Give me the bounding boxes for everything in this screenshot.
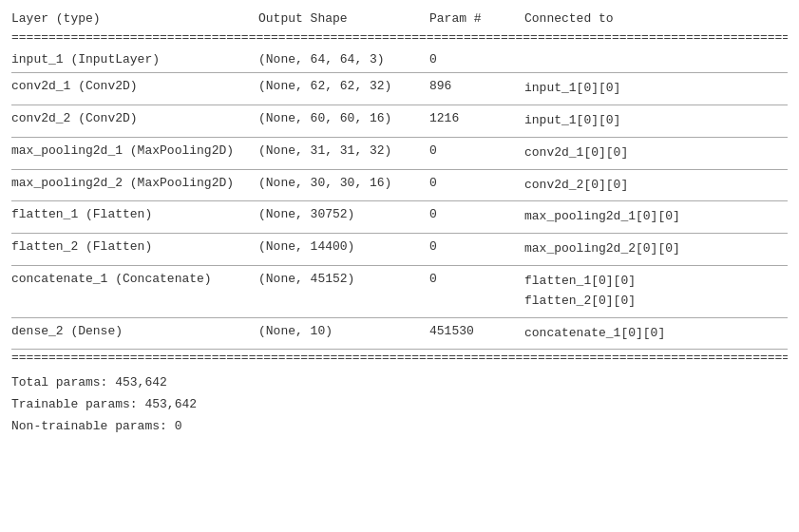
- total-params: Total params: 453,642: [11, 371, 788, 393]
- connected-cell: conv2d_2[0][0]: [524, 176, 788, 196]
- bottom-double-separator: ========================================…: [11, 350, 788, 367]
- table-row: dense_2 (Dense)(None, 10)451530concatena…: [11, 318, 788, 350]
- output-shape-cell: (None, 10): [258, 324, 429, 338]
- output-shape-cell: (None, 60, 60, 16): [258, 111, 429, 125]
- connected-cell: max_pooling2d_2[0][0]: [524, 239, 788, 259]
- layer-name-cell: conv2d_1 (Conv2D): [11, 79, 258, 93]
- layer-name-cell: dense_2 (Dense): [11, 324, 258, 338]
- connected-cell: max_pooling2d_1[0][0]: [524, 207, 788, 227]
- layer-name-cell: concatenate_1 (Concatenate): [11, 272, 258, 286]
- output-shape-cell: (None, 62, 62, 32): [258, 79, 429, 93]
- rows-container: input_1 (InputLayer)(None, 64, 64, 3)0co…: [11, 47, 788, 350]
- connected-cell: flatten_1[0][0] flatten_2[0][0]: [524, 272, 788, 312]
- trainable-params: Trainable params: 453,642: [11, 393, 788, 415]
- connected-cell: input_1[0][0]: [524, 111, 788, 131]
- output-shape-cell: (None, 30, 30, 16): [258, 176, 429, 190]
- params-cell: 0: [429, 176, 524, 190]
- params-cell: 0: [429, 207, 524, 221]
- table-row: concatenate_1 (Concatenate)(None, 45152)…: [11, 266, 788, 317]
- table-row: max_pooling2d_1 (MaxPooling2D)(None, 31,…: [11, 138, 788, 169]
- params-cell: 0: [429, 239, 524, 254]
- table-row: flatten_2 (Flatten)(None, 14400)0max_poo…: [11, 234, 788, 265]
- col-header-output: Output Shape: [258, 11, 429, 26]
- col-header-connected: Connected to: [524, 11, 788, 26]
- table-row: conv2d_2 (Conv2D)(None, 60, 60, 16)1216i…: [11, 105, 788, 137]
- top-double-separator: ========================================…: [11, 29, 788, 47]
- model-summary-table: Layer (type) Output Shape Param # Connec…: [11, 8, 788, 438]
- output-shape-cell: (None, 14400): [258, 239, 429, 254]
- layer-name-cell: flatten_1 (Flatten): [11, 207, 258, 221]
- output-shape-cell: (None, 64, 64, 3): [258, 52, 429, 66]
- layer-name-cell: max_pooling2d_2 (MaxPooling2D): [11, 176, 258, 190]
- params-cell: 0: [429, 272, 524, 286]
- params-cell: 0: [429, 143, 524, 158]
- output-shape-cell: (None, 31, 31, 32): [258, 143, 429, 158]
- params-cell: 451530: [429, 324, 524, 338]
- connected-cell: input_1[0][0]: [524, 79, 788, 99]
- connected-cell: concatenate_1[0][0]: [524, 324, 788, 344]
- layer-name-cell: max_pooling2d_1 (MaxPooling2D): [11, 143, 258, 158]
- table-header: Layer (type) Output Shape Param # Connec…: [11, 8, 788, 29]
- col-header-params: Param #: [429, 11, 524, 26]
- layer-name-cell: flatten_2 (Flatten): [11, 239, 258, 254]
- output-shape-cell: (None, 30752): [258, 207, 429, 221]
- model-footer: Total params: 453,642 Trainable params: …: [11, 371, 788, 438]
- non-trainable-params: Non-trainable params: 0: [11, 415, 788, 437]
- params-cell: 0: [429, 52, 524, 66]
- table-row: conv2d_1 (Conv2D)(None, 62, 62, 32)896in…: [11, 73, 788, 104]
- table-row: flatten_1 (Flatten)(None, 30752)0max_poo…: [11, 201, 788, 233]
- connected-cell: conv2d_1[0][0]: [524, 143, 788, 163]
- col-header-layer: Layer (type): [11, 11, 258, 26]
- params-cell: 896: [429, 79, 524, 93]
- layer-name-cell: input_1 (InputLayer): [11, 52, 258, 66]
- output-shape-cell: (None, 45152): [258, 272, 429, 286]
- params-cell: 1216: [429, 111, 524, 125]
- table-row: max_pooling2d_2 (MaxPooling2D)(None, 30,…: [11, 170, 788, 201]
- table-row: input_1 (InputLayer)(None, 64, 64, 3)0: [11, 47, 788, 72]
- layer-name-cell: conv2d_2 (Conv2D): [11, 111, 258, 125]
